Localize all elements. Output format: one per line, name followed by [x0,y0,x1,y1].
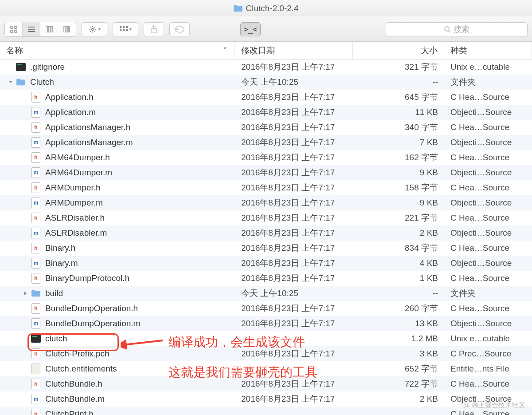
column-view-button[interactable] [40,22,58,36]
file-row[interactable]: hBinary.h2016年8月23日 上午7:17834 字节C Hea…So… [0,241,532,256]
file-size: 1 KB [353,273,444,283]
file-name: ApplicationsManager.m [45,138,133,147]
file-name: Application.h [45,92,94,102]
file-icon: m [31,197,41,209]
file-date: 2016年8月23日 上午7:17 [235,227,353,239]
action-menu-button[interactable]: ▾ [82,22,107,36]
file-row[interactable]: .gitignore2016年8月23日 上午7:17321 字节Unix e…… [0,59,532,75]
file-kind: Objecti…Source [444,258,532,268]
file-row[interactable]: hARMDumper.h2016年8月23日 上午7:17158 字节C Hea… [0,180,532,195]
svg-rect-8 [48,26,50,32]
file-size: 645 字节 [353,91,444,103]
file-size: 158 字节 [353,182,444,194]
column-header-name[interactable]: 名称 ˄ [0,42,235,59]
file-date: 2016年8月23日 上午7:17 [235,273,353,284]
svg-point-23 [445,27,449,31]
file-date: 2016年8月23日 上午7:17 [235,182,353,194]
file-date: 今天 上午10:25 [235,288,353,299]
file-row[interactable]: mApplicationsManager.m2016年8月23日 上午7:177… [0,135,532,150]
file-name: ClutchBundle.m [45,394,105,404]
disclosure-icon[interactable] [23,291,28,296]
view-mode-segment [4,22,76,37]
file-icon: h [31,212,41,224]
file-size: -- [353,289,444,298]
file-date: 2016年8月23日 上午7:17 [235,122,353,133]
svg-point-13 [91,28,94,30]
file-icon: m [31,227,41,239]
disclosure-icon [23,125,28,130]
file-name: Clutch [30,77,54,87]
file-row[interactable]: build今天 上午10:25--文件夹 [0,286,532,301]
file-row[interactable]: mBundleDumpOperation.m2016年8月23日 上午7:171… [0,316,532,331]
file-row[interactable]: mBinary.m2016年8月23日 上午7:174 KBObjecti…So… [0,256,532,271]
file-row[interactable]: mARMDumper.m2016年8月23日 上午7:179 KBObjecti… [0,195,532,210]
arrange-menu-button[interactable]: ▾ [113,22,138,36]
file-size: -- [353,77,444,87]
column-headers: 名称 ˄ 修改日期 大小 种类 [0,42,532,59]
annotation-arrow-icon [121,337,165,350]
column-header-kind[interactable]: 种类 [444,42,532,59]
file-kind: Objecti…Source [444,168,532,178]
file-kind: Objecti…Source [444,319,532,328]
column-header-date[interactable]: 修改日期 [235,42,353,59]
svg-rect-0 [11,26,13,28]
file-name: Clutch.entitlements [45,364,117,374]
file-kind: C Hea…Source [444,92,532,102]
svg-rect-19 [126,29,128,31]
file-row[interactable]: mApplication.m2016年8月23日 上午7:1711 KBObje… [0,105,532,120]
file-row[interactable]: mClutchBundle.m2016年8月23日 上午7:172 KBObje… [0,391,532,407]
file-row[interactable]: hBinaryDumpProtocol.h2016年8月23日 上午7:171 … [0,271,532,286]
file-icon: m [31,107,41,118]
file-size: 2 KB [353,228,444,238]
file-row[interactable]: mASLRDisabler.m2016年8月23日 上午7:172 KBObje… [0,225,532,241]
svg-rect-1 [15,26,17,28]
file-size: 221 字节 [353,212,444,224]
file-kind: C Hea…Source [444,273,532,283]
file-kind: 文件夹 [444,76,532,88]
terminal-button[interactable]: >_< [240,22,261,36]
file-row[interactable]: Clutch今天 上午10:25--文件夹 [0,75,532,90]
disclosure-icon [23,95,28,100]
file-row[interactable]: hARM64Dumper.h2016年8月23日 上午7:17162 字节C H… [0,150,532,165]
disclosure-icon [23,276,28,281]
file-row[interactable]: hASLRDisabler.h2016年8月23日 上午7:17221 字节C … [0,210,532,225]
list-view-button[interactable] [23,22,40,36]
svg-rect-2 [11,30,13,32]
disclosure-icon [23,215,28,221]
disclosure-icon [23,261,28,266]
file-icon [16,61,26,73]
file-row[interactable]: hApplicationsManager.h2016年8月23日 上午7:173… [0,120,532,135]
file-icon [16,76,26,88]
file-name: BinaryDumpProtocol.h [45,273,129,283]
column-header-size[interactable]: 大小 [353,42,444,59]
file-name: Binary.h [45,243,75,253]
file-date: 2016年8月23日 上午7:17 [235,242,353,254]
disclosure-icon [8,64,13,70]
icon-view-button[interactable] [5,22,23,36]
svg-rect-3 [15,30,17,32]
window-title: Clutch-2.0-2.4 [246,4,298,13]
file-date: 2016年8月23日 上午7:17 [235,257,353,269]
file-date: 2016年8月23日 上午7:17 [235,167,353,178]
file-size: 11 KB [353,107,444,117]
search-field[interactable]: 搜索 [386,22,528,36]
annotation-highlight [27,333,119,351]
file-size: 722 字节 [353,378,444,390]
file-name: ARM64Dumper.m [45,168,112,178]
file-name: ARMDumper.m [45,198,103,208]
gallery-view-button[interactable] [58,22,76,36]
file-row[interactable]: hBundleDumpOperation.h2016年8月23日 上午7:172… [0,301,532,316]
disclosure-icon [23,140,28,145]
file-row[interactable]: hApplication.h2016年8月23日 上午7:17645 字节C H… [0,90,532,105]
disclosure-icon [23,366,28,372]
tags-button[interactable] [169,22,190,36]
file-row[interactable]: mARM64Dumper.m2016年8月23日 上午7:179 KBObjec… [0,165,532,180]
file-name: Binary.m [45,258,78,268]
file-size: 9 KB [353,168,444,178]
file-row[interactable]: hClutchPrint.hC Hea…Source [0,407,532,415]
search-placeholder: 搜索 [454,24,469,35]
disclosure-icon [23,306,28,311]
file-size: 3 KB [353,349,444,359]
disclosure-icon[interactable] [8,79,13,85]
share-button[interactable] [144,22,164,36]
